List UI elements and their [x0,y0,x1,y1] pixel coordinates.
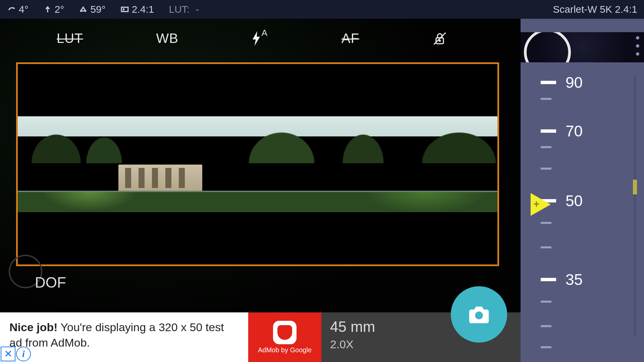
auto-exposure-lock-button[interactable] [432,31,447,46]
status-bar: 4° 2° 59° 2.4:1 LUT: - Scarlet-W 5K 2.4:… [0,0,644,19]
ruler-current-marker-icon [531,193,551,216]
fov-indicator: 59° [71,4,113,15]
admob-text: AdMob by Google [258,346,312,354]
ruler-tick-minor [541,222,551,224]
tilt-indicator: 2° [36,4,72,15]
lut-value: - [196,4,199,15]
letterbox-bottom [18,212,497,264]
bottom-bar: Nice job! You're displaying a 320 x 50 t… [0,312,521,362]
aspect-indicator: 2.4:1 [113,4,162,15]
tilt-value: 2° [55,4,64,15]
tick-bar [541,246,551,248]
ruler-tick-major: 70 [541,122,583,140]
ruler-scrollbar-thumb[interactable] [633,180,637,194]
aspect-icon [120,5,129,14]
tick-bar [541,346,551,348]
tick-bar [541,301,551,303]
autofocus-toggle-button[interactable]: AF [341,31,359,46]
ruler-tick-label: 50 [566,192,583,210]
viewfinder-toolbar: LUT WB A AF [20,31,484,46]
flash-mode-label: A [262,28,268,38]
ruler-tick-minor [541,146,551,148]
tilt-icon [43,5,52,14]
dof-label: DOF [35,274,66,291]
svg-rect-1 [123,8,124,11]
ruler-tick-minor [541,301,551,303]
scene-building [118,165,202,191]
camera-profile: Scarlet-W 5K 2.4:1 [553,0,637,19]
letterbox-top [18,64,497,116]
lut-toggle-button[interactable]: LUT [57,31,83,46]
main-area: LUT WB A AF [0,19,644,362]
flash-icon [252,31,261,46]
ruler-tick-major: 35 [541,270,583,289]
tick-bar [541,222,551,224]
fov-value: 59° [90,4,105,15]
scene-treeline [18,116,497,163]
svg-rect-0 [121,7,128,12]
admob-icon [273,321,297,344]
ruler-tick-minor [541,246,551,248]
viewfinder-area: LUT WB A AF [0,19,521,362]
ad-banner[interactable]: Nice job! You're displaying a 320 x 50 t… [0,312,248,362]
focal-ruler-panel: 90705035 [521,19,644,362]
ruler-tick-major: 90 [541,73,583,92]
tick-bar [541,325,551,327]
lock-brightness-icon [432,31,447,46]
ad-text-bold: Nice job! [9,321,58,334]
roll-icon [7,5,16,14]
fov-icon [79,5,88,14]
roll-value: 4° [19,4,29,15]
lut-indicator: LUT: - [161,4,206,15]
ruler-ticks[interactable]: 90705035 [541,52,614,355]
ruler-tick-minor [541,168,551,170]
roll-indicator: 4° [0,4,36,15]
tick-bar [541,146,551,148]
tick-bar [541,81,556,84]
ruler-tick-label: 35 [566,270,583,289]
svg-point-5 [475,311,483,319]
camera-icon [467,303,491,326]
tick-bar [541,168,551,170]
admob-badge[interactable]: AdMob by Google [248,312,321,362]
ruler-tick-minor [541,325,551,327]
tick-bar [541,278,556,281]
flash-mode-button[interactable]: A [252,31,268,46]
ruler-tick-minor [541,98,551,100]
viewfinder-frame[interactable] [16,62,499,266]
ruler-scrollbar[interactable] [634,76,636,335]
ruler-tick-minor [541,346,551,348]
tick-bar [541,98,551,100]
lut-label: LUT: [169,4,190,15]
white-balance-button[interactable]: WB [156,31,178,46]
tick-bar [541,129,556,133]
aspect-value: 2.4:1 [132,4,154,15]
ad-info-button[interactable]: i [16,347,31,361]
ruler-tick-label: 90 [566,73,583,92]
scene-foreground [18,192,497,212]
capture-button[interactable] [451,286,507,343]
more-menu-icon[interactable] [636,36,639,56]
ruler-tick-label: 70 [566,122,583,140]
focal-ruler[interactable]: 90705035 [521,19,644,362]
ad-close-button[interactable]: ✕ [1,347,15,361]
